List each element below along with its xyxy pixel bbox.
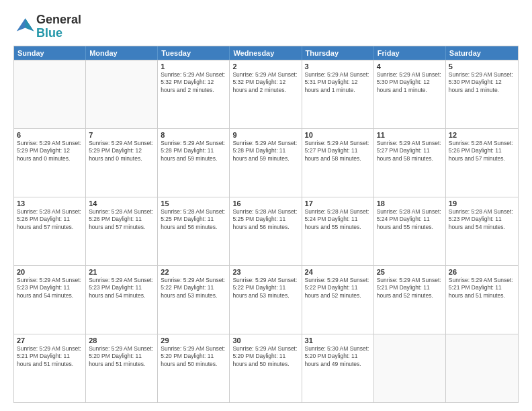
cal-cell-w4-d5: 24Sunrise: 5:29 AM Sunset: 5:22 PM Dayli… bbox=[302, 266, 374, 334]
cal-cell-w1-d4: 2Sunrise: 5:29 AM Sunset: 5:32 PM Daylig… bbox=[230, 60, 302, 128]
day-info: Sunrise: 5:29 AM Sunset: 5:29 PM Dayligh… bbox=[89, 140, 154, 163]
day-number: 10 bbox=[305, 131, 371, 139]
day-info: Sunrise: 5:29 AM Sunset: 5:28 PM Dayligh… bbox=[161, 140, 226, 163]
cal-cell-w1-d3: 1Sunrise: 5:29 AM Sunset: 5:32 PM Daylig… bbox=[158, 60, 230, 128]
cal-cell-w3-d7: 19Sunrise: 5:28 AM Sunset: 5:23 PM Dayli… bbox=[446, 197, 518, 265]
day-number: 6 bbox=[17, 131, 83, 139]
cal-cell-w2-d4: 9Sunrise: 5:29 AM Sunset: 5:28 PM Daylig… bbox=[230, 129, 302, 197]
day-info: Sunrise: 5:29 AM Sunset: 5:32 PM Dayligh… bbox=[232, 71, 298, 94]
day-number: 24 bbox=[305, 268, 371, 276]
day-info: Sunrise: 5:28 AM Sunset: 5:25 PM Dayligh… bbox=[161, 208, 226, 231]
cal-cell-w5-d2: 28Sunrise: 5:29 AM Sunset: 5:20 PM Dayli… bbox=[86, 334, 158, 402]
day-number: 22 bbox=[161, 268, 226, 276]
svg-marker-1 bbox=[26, 18, 34, 31]
cal-cell-w3-d4: 16Sunrise: 5:28 AM Sunset: 5:25 PM Dayli… bbox=[230, 197, 302, 265]
day-info: Sunrise: 5:29 AM Sunset: 5:23 PM Dayligh… bbox=[89, 277, 154, 300]
cal-cell-w3-d3: 15Sunrise: 5:28 AM Sunset: 5:25 PM Dayli… bbox=[158, 197, 230, 265]
day-number: 8 bbox=[161, 131, 226, 139]
header-day-friday: Friday bbox=[374, 46, 446, 60]
header-day-monday: Monday bbox=[86, 46, 158, 60]
day-info: Sunrise: 5:29 AM Sunset: 5:21 PM Dayligh… bbox=[377, 277, 443, 300]
calendar-body: 1Sunrise: 5:29 AM Sunset: 5:32 PM Daylig… bbox=[14, 60, 518, 402]
day-number: 26 bbox=[449, 268, 515, 276]
cal-cell-w2-d5: 10Sunrise: 5:29 AM Sunset: 5:27 PM Dayli… bbox=[302, 129, 374, 197]
logo-icon bbox=[13, 16, 35, 38]
day-number: 9 bbox=[232, 131, 298, 139]
cal-cell-w5-d7 bbox=[446, 334, 518, 402]
day-number: 16 bbox=[232, 199, 298, 208]
day-info: Sunrise: 5:29 AM Sunset: 5:21 PM Dayligh… bbox=[17, 345, 83, 368]
day-info: Sunrise: 5:29 AM Sunset: 5:29 PM Dayligh… bbox=[17, 140, 83, 163]
day-number: 11 bbox=[377, 131, 443, 139]
week-row-5: 27Sunrise: 5:29 AM Sunset: 5:21 PM Dayli… bbox=[14, 334, 518, 402]
day-info: Sunrise: 5:28 AM Sunset: 5:23 PM Dayligh… bbox=[449, 208, 515, 231]
day-number: 27 bbox=[17, 336, 83, 345]
day-info: Sunrise: 5:28 AM Sunset: 5:26 PM Dayligh… bbox=[89, 208, 154, 231]
logo: General Blue bbox=[13, 13, 81, 40]
day-info: Sunrise: 5:29 AM Sunset: 5:31 PM Dayligh… bbox=[305, 71, 371, 94]
cal-cell-w5-d1: 27Sunrise: 5:29 AM Sunset: 5:21 PM Dayli… bbox=[14, 334, 86, 402]
day-number: 23 bbox=[232, 268, 298, 276]
day-info: Sunrise: 5:28 AM Sunset: 5:25 PM Dayligh… bbox=[232, 208, 298, 231]
day-number: 21 bbox=[89, 268, 154, 276]
day-number: 31 bbox=[305, 336, 371, 345]
logo-text: General Blue bbox=[36, 13, 81, 40]
day-info: Sunrise: 5:29 AM Sunset: 5:30 PM Dayligh… bbox=[377, 71, 443, 94]
day-number: 29 bbox=[161, 336, 226, 345]
day-info: Sunrise: 5:28 AM Sunset: 5:24 PM Dayligh… bbox=[377, 208, 443, 231]
cal-cell-w1-d2 bbox=[86, 60, 158, 128]
cal-cell-w3-d6: 18Sunrise: 5:28 AM Sunset: 5:24 PM Dayli… bbox=[374, 197, 446, 265]
cal-cell-w3-d2: 14Sunrise: 5:28 AM Sunset: 5:26 PM Dayli… bbox=[86, 197, 158, 265]
cal-cell-w2-d2: 7Sunrise: 5:29 AM Sunset: 5:29 PM Daylig… bbox=[86, 129, 158, 197]
day-number: 15 bbox=[161, 199, 226, 208]
day-info: Sunrise: 5:29 AM Sunset: 5:28 PM Dayligh… bbox=[232, 140, 298, 163]
header-day-wednesday: Wednesday bbox=[230, 46, 302, 60]
day-number: 18 bbox=[377, 199, 443, 208]
day-number: 3 bbox=[305, 62, 371, 71]
week-row-4: 20Sunrise: 5:29 AM Sunset: 5:23 PM Dayli… bbox=[14, 265, 518, 334]
day-info: Sunrise: 5:30 AM Sunset: 5:20 PM Dayligh… bbox=[305, 345, 371, 368]
week-row-2: 6Sunrise: 5:29 AM Sunset: 5:29 PM Daylig… bbox=[14, 128, 518, 197]
cal-cell-w3-d1: 13Sunrise: 5:28 AM Sunset: 5:26 PM Dayli… bbox=[14, 197, 86, 265]
cal-cell-w5-d5: 31Sunrise: 5:30 AM Sunset: 5:20 PM Dayli… bbox=[302, 334, 374, 402]
cal-cell-w4-d3: 22Sunrise: 5:29 AM Sunset: 5:22 PM Dayli… bbox=[158, 266, 230, 334]
page: General Blue SundayMondayTuesdayWednesda… bbox=[0, 0, 532, 411]
day-number: 19 bbox=[449, 199, 515, 208]
day-info: Sunrise: 5:29 AM Sunset: 5:30 PM Dayligh… bbox=[449, 71, 515, 94]
day-number: 20 bbox=[17, 268, 83, 276]
cal-cell-w4-d6: 25Sunrise: 5:29 AM Sunset: 5:21 PM Dayli… bbox=[374, 266, 446, 334]
day-number: 14 bbox=[89, 199, 154, 208]
cal-cell-w5-d6 bbox=[374, 334, 446, 402]
day-info: Sunrise: 5:29 AM Sunset: 5:20 PM Dayligh… bbox=[161, 345, 226, 368]
header-day-thursday: Thursday bbox=[302, 46, 374, 60]
cal-cell-w4-d4: 23Sunrise: 5:29 AM Sunset: 5:22 PM Dayli… bbox=[230, 266, 302, 334]
day-number: 17 bbox=[305, 199, 371, 208]
day-number: 30 bbox=[232, 336, 298, 345]
day-number: 12 bbox=[449, 131, 515, 139]
day-info: Sunrise: 5:29 AM Sunset: 5:27 PM Dayligh… bbox=[305, 140, 371, 163]
header: General Blue bbox=[13, 11, 519, 40]
cal-cell-w1-d5: 3Sunrise: 5:29 AM Sunset: 5:31 PM Daylig… bbox=[302, 60, 374, 128]
day-info: Sunrise: 5:28 AM Sunset: 5:26 PM Dayligh… bbox=[17, 208, 83, 231]
header-day-sunday: Sunday bbox=[14, 46, 86, 60]
day-number: 13 bbox=[17, 199, 83, 208]
cal-cell-w1-d1 bbox=[14, 60, 86, 128]
cal-cell-w2-d6: 11Sunrise: 5:29 AM Sunset: 5:27 PM Dayli… bbox=[374, 129, 446, 197]
cal-cell-w1-d6: 4Sunrise: 5:29 AM Sunset: 5:30 PM Daylig… bbox=[374, 60, 446, 128]
cal-cell-w2-d7: 12Sunrise: 5:28 AM Sunset: 5:26 PM Dayli… bbox=[446, 129, 518, 197]
cal-cell-w1-d7: 5Sunrise: 5:29 AM Sunset: 5:30 PM Daylig… bbox=[446, 60, 518, 128]
day-number: 28 bbox=[89, 336, 154, 345]
day-info: Sunrise: 5:29 AM Sunset: 5:21 PM Dayligh… bbox=[449, 277, 515, 300]
cal-cell-w2-d1: 6Sunrise: 5:29 AM Sunset: 5:29 PM Daylig… bbox=[14, 129, 86, 197]
header-day-saturday: Saturday bbox=[446, 46, 518, 60]
day-number: 7 bbox=[89, 131, 154, 139]
cal-cell-w5-d4: 30Sunrise: 5:29 AM Sunset: 5:20 PM Dayli… bbox=[230, 334, 302, 402]
day-number: 2 bbox=[232, 62, 298, 71]
week-row-1: 1Sunrise: 5:29 AM Sunset: 5:32 PM Daylig… bbox=[14, 60, 518, 128]
day-info: Sunrise: 5:29 AM Sunset: 5:20 PM Dayligh… bbox=[232, 345, 298, 368]
day-info: Sunrise: 5:29 AM Sunset: 5:32 PM Dayligh… bbox=[161, 71, 226, 94]
calendar-header-row: SundayMondayTuesdayWednesdayThursdayFrid… bbox=[14, 46, 518, 60]
header-day-tuesday: Tuesday bbox=[158, 46, 230, 60]
day-info: Sunrise: 5:29 AM Sunset: 5:27 PM Dayligh… bbox=[377, 140, 443, 163]
day-info: Sunrise: 5:29 AM Sunset: 5:23 PM Dayligh… bbox=[17, 277, 83, 300]
